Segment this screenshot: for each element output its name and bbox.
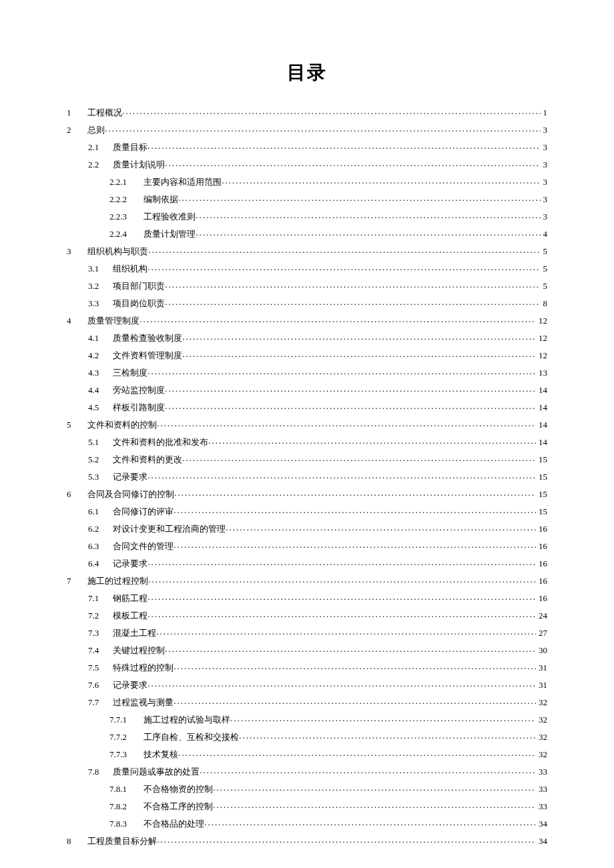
toc-entry-page: 12 [536,334,547,342]
toc-entry-number: 7.8 [88,767,111,776]
toc-entry-label: 3.2 项目部门职责 [88,282,165,290]
toc-leader-dots [196,211,540,220]
toc-entry-text: 合同及合同修订的控制 [85,489,174,499]
toc-entry: 5.3 记录要求15 [67,471,547,481]
toc-entry: 4.4 旁站监控制度14 [67,384,547,394]
toc-entry-text: 质量问题或事故的处置 [111,767,200,777]
toc-leader-dots [174,662,536,671]
toc-entry-label: 4.2 文件资料管理制度 [88,351,182,360]
toc-entry-page: 1 [541,108,548,117]
toc-entry-text: 不合格工序的控制 [141,801,213,811]
toc-leader-dots [148,575,536,584]
toc-entry-page: 32 [536,715,547,724]
toc-leader-dots [165,159,540,167]
toc-entry-number: 5.1 [88,438,111,446]
toc-entry-text: 样板引路制度 [111,402,165,412]
toc-entry-page: 4 [541,230,548,238]
toc-leader-dots [165,644,536,653]
toc-entry-page: 5 [541,282,548,290]
document-page: 目录 1 工程概况12 总则32.1 质量目标32.2 质量计划说明32.2.1… [0,0,614,868]
toc-entry: 6.3 合同文件的管理16 [67,540,547,550]
toc-entry-label: 5.1 文件和资料的批准和发布 [88,438,208,446]
toc-entry-page: 3 [541,125,548,134]
toc-entry-label: 7.7.3 技术复核 [109,750,178,759]
toc-entry-page: 31 [536,663,547,672]
toc-entry-number: 4.3 [88,368,111,377]
toc-entry-text: 工程验收准则 [141,211,196,222]
toc-entry: 7.6 记录要求31 [67,679,547,689]
toc-entry: 6.2 对设计变更和工程洽商的管理16 [67,523,547,533]
toc-entry-page: 34 [536,819,547,828]
toc-entry-number: 3 [67,247,85,256]
toc-leader-dots [147,263,540,272]
toc-entry-label: 1 工程概况 [67,108,122,117]
toc-entry-number: 7.8.2 [109,802,141,811]
toc-entry-number: 5.3 [88,472,111,481]
toc-entry: 6.1 合同修订的评审15 [67,506,547,516]
toc-entry: 2.2.3 工程验收准则3 [67,211,547,221]
toc-entry-text: 主要内容和适用范围 [141,177,222,187]
toc-entry-label: 4.3 三检制度 [88,368,147,377]
toc-entry: 3 组织机构与职责5 [67,246,547,256]
toc-entry-label: 5.2 文件和资料的更改 [88,455,182,464]
toc-entry-text: 过程监视与测量 [111,697,174,707]
toc-entry-text: 质量目标 [111,142,147,152]
toc-leader-dots [182,454,536,462]
toc-entry-page: 32 [536,698,547,707]
toc-entry-number: 7 [67,576,85,585]
toc-entry-page: 5 [541,247,548,256]
toc-entry: 7.4 关键过程控制30 [67,644,547,655]
toc-entry-label: 6.1 合同修订的评审 [88,507,174,516]
toc-entry-number: 6.1 [88,507,111,516]
toc-entry-text: 不合格品的处理 [141,819,204,829]
toc-entry-text: 不合格物资的控制 [141,784,213,794]
toc-entry-number: 7.7.2 [109,733,141,741]
toc-leader-dots [213,783,536,792]
toc-leader-dots [208,436,536,445]
toc-leader-dots [148,246,540,254]
toc-entry-label: 2.2.3 工程验收准则 [109,212,196,221]
toc-entry: 5.1 文件和资料的批准和发布14 [67,436,547,446]
toc-entry-number: 2 [67,125,85,134]
toc-entry-page: 24 [536,611,547,620]
toc-entry-number: 2.2.2 [109,195,141,203]
toc-leader-dots [174,506,536,514]
toc-entry-page: 16 [536,559,547,568]
toc-entry: 7.5 特殊过程的控制31 [67,662,547,672]
toc-entry: 7.8.3 不合格品的处理34 [67,818,547,828]
toc-entry: 7 施工的过程控制16 [67,575,547,585]
toc-entry-page: 33 [536,802,547,811]
toc-entry-text: 技术复核 [141,749,178,759]
toc-entry-page: 31 [536,681,547,689]
toc-entry-page: 33 [536,767,547,776]
toc-entry-page: 15 [536,455,547,464]
toc-entry-number: 2.2 [88,160,111,169]
toc-entry: 7.8.1 不合格物资的控制33 [67,783,547,793]
toc-entry-text: 文件和资料的更改 [111,454,182,464]
toc-entry-label: 5.3 记录要求 [88,472,147,481]
toc-leader-dots [157,835,536,844]
toc-entry-label: 4 质量管理制度 [67,316,139,325]
toc-entry-number: 7.7.3 [109,750,141,759]
toc-entry-text: 项目岗位职责 [111,298,165,308]
toc-entry: 6.4 记录要求16 [67,558,547,568]
toc-entry-label: 7.4 关键过程控制 [88,646,165,655]
toc-leader-dots [147,471,536,480]
toc-entry-text: 质量管理制度 [85,316,139,326]
toc-entry-label: 7.8 质量问题或事故的处置 [88,767,200,776]
toc-entry-number: 6.2 [88,524,111,533]
toc-leader-dots [174,488,536,497]
toc-entry-page: 15 [536,472,547,481]
toc-entry-page: 32 [536,733,547,741]
toc-entry-page: 27 [536,628,547,637]
table-of-contents: 1 工程概况12 总则32.1 质量目标32.2 质量计划说明32.2.1 主要… [67,107,547,845]
toc-leader-dots [165,384,536,393]
toc-entry: 2.2 质量计划说明3 [67,159,547,169]
toc-entry-page: 32 [536,750,547,759]
toc-entry-number: 8 [67,837,85,845]
toc-entry-text: 文件和资料的控制 [85,420,157,430]
toc-entry-label: 7.7.1 施工过程的试验与取样 [109,715,230,724]
toc-entry-page: 3 [541,143,548,151]
toc-entry-page: 16 [536,524,547,533]
toc-leader-dots [226,523,536,532]
